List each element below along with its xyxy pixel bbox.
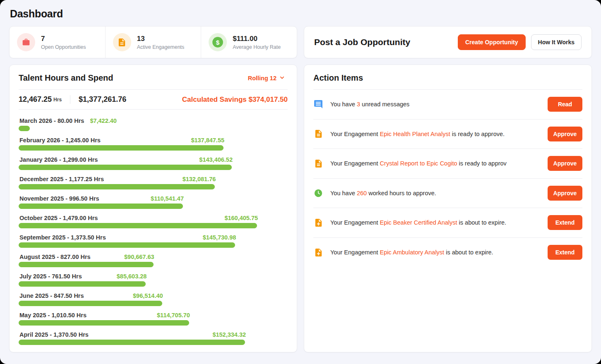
bar-spend-value: $145,730.98 — [203, 234, 236, 241]
action-items-card: Action Items You have 3 unread messages … — [304, 65, 592, 352]
action-item-row: Your Engagement Epic Health Planet Analy… — [313, 120, 582, 149]
dollar-icon: $ — [209, 33, 227, 51]
create-opportunity-button[interactable]: Create Opportunity — [458, 34, 526, 50]
stat-label: Average Hourly Rate — [233, 44, 281, 50]
bar-month-label: April 2025 - 1,370.50 Hrs — [19, 331, 89, 338]
chart-row: June 2025 - 847.50 Hrs $96,514.40 — [19, 292, 288, 306]
document-add-icon — [313, 247, 323, 257]
bar-spend-value: $7,422.40 — [90, 117, 117, 124]
action-text-segment: is about to expire. — [444, 249, 493, 256]
engagement-link[interactable]: Epic Health Planet Analyst — [380, 131, 450, 137]
engagement-link[interactable]: Crystal Report to Epic Cogito — [380, 160, 457, 167]
read-button[interactable]: Read — [548, 97, 582, 112]
approve-button[interactable]: Approve — [548, 127, 582, 141]
stat-value: 7 — [41, 35, 86, 43]
action-item-row: Your Engagement Epic Ambulatory Analyst … — [313, 238, 582, 268]
talent-summary-row: 12,467.25 Hrs $1,377,261.76 Calculated S… — [19, 90, 288, 110]
action-item-text: Your Engagement Epic Health Planet Analy… — [330, 131, 505, 137]
bar-spend-value: $90,667.63 — [124, 254, 154, 260]
action-text-segment: unread messages — [360, 101, 409, 108]
chart-row: May 2025 - 1,010.50 Hrs $114,705.70 — [19, 312, 288, 326]
spend-bar — [19, 165, 232, 170]
rolling-range-selector[interactable]: Rolling 12 — [245, 74, 288, 82]
total-hours-unit: Hrs — [53, 97, 62, 103]
bar-month-label: June 2025 - 847.50 Hrs — [19, 292, 84, 299]
action-text-segment: Your Engagement — [330, 249, 380, 256]
action-item-row: Your Engagement Epic Beaker Certified An… — [313, 208, 582, 238]
stat-value: $111.00 — [233, 35, 281, 43]
action-text-segment: Your Engagement — [330, 160, 380, 167]
bar-month-label: September 2025 - 1,373.50 Hrs — [19, 234, 106, 241]
bar-month-label: February 2026 - 1,245.00 Hrs — [19, 137, 101, 144]
spend-bar — [19, 204, 183, 209]
bar-spend-value: $96,514.40 — [133, 292, 163, 299]
approve-button[interactable]: Approve — [548, 186, 582, 201]
bar-month-label: August 2025 - 827.00 Hrs — [19, 254, 91, 260]
engagement-link[interactable]: Epic Ambulatory Analyst — [380, 249, 445, 256]
action-text-segment: You have — [330, 190, 357, 196]
total-spend-value: $1,377,261.76 — [79, 95, 126, 104]
chart-row: November 2025 - 996.50 Hrs $110,541.47 — [19, 195, 288, 209]
action-item-row: Your Engagement Crystal Report to Epic C… — [313, 149, 582, 179]
bar-spend-value: $132,081.76 — [183, 176, 216, 182]
vertical-divider — [70, 95, 70, 104]
extend-button[interactable]: Extend — [548, 245, 582, 260]
chart-row: February 2026 - 1,245.00 Hrs $137,847.55 — [19, 137, 288, 151]
stat-label: Open Opportunities — [41, 44, 86, 50]
action-items-title: Action Items — [313, 73, 363, 83]
action-item-text: Your Engagement Epic Ambulatory Analyst … — [330, 249, 493, 256]
total-hours-value: 12,467.25 — [19, 95, 52, 104]
how-it-works-button[interactable]: How It Works — [531, 34, 582, 50]
action-item-row: You have 260 worked hours to approve. Ap… — [313, 179, 582, 208]
bar-spend-value: $114,705.70 — [157, 312, 190, 318]
svg-text:$: $ — [216, 39, 220, 46]
bar-month-label: October 2025 - 1,479.00 Hrs — [19, 215, 98, 221]
spend-bar — [19, 301, 162, 306]
spend-bar — [19, 145, 224, 151]
bar-month-label: November 2025 - 996.50 Hrs — [19, 195, 99, 202]
spend-bar — [19, 340, 245, 345]
talent-hours-spend-card: Talent Hours and Spend Rolling 12 12,467… — [9, 65, 297, 352]
spend-bar — [19, 281, 146, 287]
clock-icon — [313, 188, 323, 198]
chart-row: July 2025 - 761.50 Hrs $85,603.28 — [19, 273, 288, 287]
chat-message-icon — [313, 99, 323, 109]
chart-row: March 2026 - 80.00 Hrs $7,422.40 — [19, 117, 288, 131]
action-item-text: Your Engagement Crystal Report to Epic C… — [330, 160, 507, 167]
stat-item: 13 Active Engagements — [105, 26, 201, 58]
bar-month-label: July 2025 - 761.50 Hrs — [19, 273, 82, 280]
chart-row: September 2025 - 1,373.50 Hrs $145,730.9… — [19, 234, 288, 248]
spend-bar — [19, 262, 154, 267]
engagement-link[interactable]: Epic Beaker Certified Analyst — [380, 219, 457, 226]
document-add-icon — [313, 218, 323, 228]
page-title: Dashboard — [10, 7, 591, 20]
dashboard-grid: 7 Open Opportunities 13 Active Engagemen… — [9, 26, 592, 352]
highlight-value: 3 — [357, 101, 360, 108]
bar-spend-value: $110,541.47 — [151, 195, 184, 202]
stat-item: $ $111.00 Average Hourly Rate — [201, 26, 297, 58]
spend-bar — [19, 184, 215, 189]
action-text-segment: worked hours to approve. — [367, 190, 436, 196]
action-item-text: You have 260 worked hours to approve. — [330, 190, 436, 196]
bar-spend-value: $85,603.28 — [117, 273, 147, 280]
document-icon — [313, 158, 323, 168]
extend-button[interactable]: Extend — [548, 215, 582, 230]
action-item-text: You have 3 unread messages — [330, 101, 409, 108]
bar-month-label: December 2025 - 1,177.25 Hrs — [19, 176, 104, 182]
bar-spend-value: $160,405.75 — [224, 215, 258, 221]
rolling-range-label: Rolling 12 — [248, 75, 276, 81]
action-items-list: You have 3 unread messages Read Your Eng… — [313, 90, 582, 267]
bar-month-label: March 2026 - 80.00 Hrs — [19, 117, 84, 124]
post-job-title: Post a Job Opportunity — [314, 37, 410, 47]
action-text-segment: is about to expire. — [457, 219, 507, 226]
bar-spend-value: $137,847.55 — [191, 137, 224, 144]
chart-row: August 2025 - 827.00 Hrs $90,667.63 — [19, 254, 288, 267]
stat-label: Active Engagements — [137, 44, 185, 50]
calculated-savings: Calculated Savings $374,017.50 — [182, 96, 288, 104]
talent-card-title: Talent Hours and Spend — [19, 73, 113, 83]
stats-card: 7 Open Opportunities 13 Active Engagemen… — [9, 26, 297, 58]
approve-button[interactable]: Approve — [548, 156, 582, 171]
briefcase-icon — [17, 33, 35, 51]
bar-spend-value: $152,334.32 — [212, 331, 246, 338]
action-item-text: Your Engagement Epic Beaker Certified An… — [330, 219, 506, 226]
